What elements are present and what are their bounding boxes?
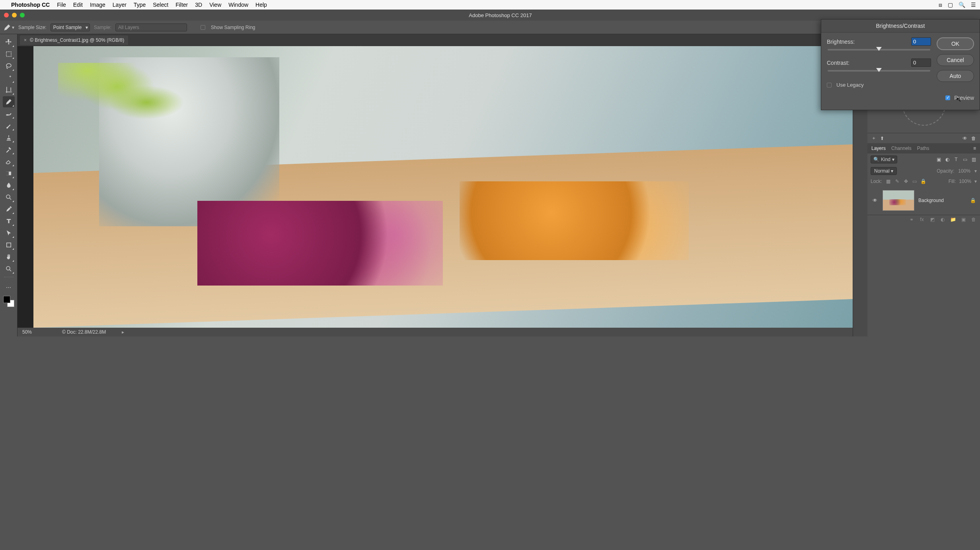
screen-record-icon[interactable]: ⧇	[939, 2, 942, 8]
auto-button[interactable]: Auto	[937, 70, 974, 82]
document-tab[interactable]: × © Brightness_Contrast1.jpg @ 50% (RGB/…	[20, 35, 128, 45]
pen-tool[interactable]	[3, 204, 15, 215]
lock-position-icon[interactable]: ✥	[903, 178, 909, 185]
menu-type[interactable]: Type	[134, 2, 146, 8]
tab-paths[interactable]: Paths	[917, 146, 929, 151]
edit-toolbar-button[interactable]: ⋯	[3, 282, 15, 293]
contrast-slider[interactable]	[828, 70, 930, 72]
blur-tool[interactable]	[3, 180, 15, 191]
filter-pixel-icon[interactable]: ▣	[935, 156, 942, 163]
opacity-value[interactable]: 100%	[958, 168, 970, 174]
layer-name-label[interactable]: Background	[918, 198, 966, 203]
cancel-button[interactable]: Cancel	[937, 54, 974, 66]
layer-lock-icon[interactable]: 🔒	[970, 198, 976, 203]
layers-panel-tabs: Layers Channels Paths ≡	[867, 143, 980, 154]
lock-transparent-icon[interactable]: ▦	[885, 178, 892, 185]
clone-stamp-tool[interactable]	[3, 132, 15, 143]
type-tool[interactable]	[3, 216, 15, 227]
mac-menubar: Photoshop CC File Edit Image Layer Type …	[0, 0, 980, 10]
lasso-tool[interactable]	[3, 60, 15, 72]
shape-tool[interactable]	[3, 239, 15, 251]
show-sampling-ring-checkbox[interactable]	[201, 25, 205, 30]
menu-help[interactable]: Help	[255, 2, 267, 8]
layer-style-icon[interactable]: fx	[919, 217, 925, 222]
menu-edit[interactable]: Edit	[73, 2, 83, 8]
doc-info[interactable]: © Doc: 22.8M/22.8M	[62, 329, 106, 335]
filter-adjustment-icon[interactable]: ◐	[944, 156, 951, 163]
dodge-tool[interactable]	[3, 192, 15, 203]
add-graphic-icon[interactable]: ⬆	[880, 136, 884, 141]
contrast-slider-thumb[interactable]	[876, 68, 882, 72]
window-close-button[interactable]	[4, 13, 9, 17]
adjustment-layer-icon[interactable]: ◐	[939, 217, 946, 222]
menu-view[interactable]: View	[209, 2, 221, 8]
menu-image[interactable]: Image	[90, 2, 105, 8]
filter-type-icon[interactable]: T	[953, 156, 959, 163]
filter-smart-icon[interactable]: ▥	[970, 156, 977, 163]
brush-tool[interactable]	[3, 120, 15, 131]
layer-thumbnail[interactable]	[883, 190, 914, 211]
layers-panel-menu-icon[interactable]: ≡	[973, 146, 976, 151]
layer-visibility-icon[interactable]: 👁	[871, 198, 879, 203]
canvas[interactable]	[33, 46, 853, 328]
sample-size-select[interactable]: Point Sample ▾	[51, 23, 90, 31]
menu-layer[interactable]: Layer	[113, 2, 127, 8]
menu-app-name[interactable]: Photoshop CC	[11, 2, 50, 8]
preview-checkbox[interactable]	[945, 95, 950, 100]
brightness-slider[interactable]	[828, 49, 930, 51]
path-selection-tool[interactable]	[3, 227, 15, 239]
move-tool[interactable]	[3, 37, 15, 48]
eyedropper-tool[interactable]	[3, 96, 15, 107]
gradient-tool[interactable]	[3, 168, 15, 179]
brightness-slider-thumb[interactable]	[876, 47, 882, 51]
tab-channels[interactable]: Channels	[891, 146, 912, 151]
foreground-color-swatch[interactable]	[3, 296, 10, 303]
airplay-icon[interactable]: ▢	[948, 2, 953, 8]
color-swatches[interactable]	[3, 296, 14, 307]
zoom-level[interactable]: 50%	[22, 329, 46, 335]
hand-tool[interactable]	[3, 251, 15, 262]
use-legacy-checkbox[interactable]	[827, 83, 832, 87]
blend-mode-select[interactable]: Normal ▾	[871, 167, 897, 175]
fill-value[interactable]: 100%	[959, 179, 971, 184]
crop-tool[interactable]	[3, 84, 15, 95]
delete-layer-icon[interactable]: 🗑	[970, 217, 977, 222]
zoom-tool[interactable]	[3, 263, 15, 274]
link-layers-icon[interactable]: ⚭	[908, 217, 915, 222]
menu-3d[interactable]: 3D	[195, 2, 202, 8]
layer-filter-select[interactable]: 🔍 Kind ▾	[871, 155, 897, 163]
spotlight-icon[interactable]: 🔍	[959, 2, 965, 8]
lock-pixels-icon[interactable]: ✎	[894, 178, 900, 185]
menu-window[interactable]: Window	[228, 2, 248, 8]
close-tab-icon[interactable]: ×	[24, 37, 27, 43]
current-tool-icon[interactable]: ▾	[3, 23, 14, 31]
menu-file[interactable]: File	[57, 2, 66, 8]
window-controls	[4, 13, 25, 17]
menu-select[interactable]: Select	[153, 2, 168, 8]
filter-shape-icon[interactable]: ▭	[962, 156, 968, 163]
tab-layers[interactable]: Layers	[871, 146, 886, 151]
menu-filter[interactable]: Filter	[175, 2, 188, 8]
sample-select[interactable]: All Layers	[115, 23, 187, 31]
contrast-label: Contrast:	[827, 60, 849, 66]
add-content-icon[interactable]: ＋	[871, 135, 876, 142]
healing-brush-tool[interactable]	[3, 108, 15, 119]
window-zoom-button[interactable]	[20, 13, 25, 17]
layer-row[interactable]: 👁 Background 🔒	[870, 188, 978, 213]
sync-icon[interactable]: 👁	[962, 136, 967, 141]
menu-list-icon[interactable]: ☰	[971, 2, 976, 8]
magic-wand-tool[interactable]	[3, 72, 15, 84]
brightness-input[interactable]	[911, 37, 931, 46]
history-brush-tool[interactable]	[3, 144, 15, 155]
trash-icon[interactable]: 🗑	[971, 136, 976, 141]
lock-all-icon[interactable]: 🔒	[920, 178, 927, 185]
marquee-tool[interactable]	[3, 49, 15, 60]
layer-mask-icon[interactable]: ◩	[929, 217, 935, 222]
eraser-tool[interactable]	[3, 156, 15, 167]
contrast-input[interactable]	[911, 58, 931, 67]
lock-artboard-icon[interactable]: ▭	[912, 178, 918, 185]
new-layer-icon[interactable]: ▣	[960, 217, 966, 222]
ok-button[interactable]: OK	[937, 37, 974, 50]
window-minimize-button[interactable]	[12, 13, 17, 17]
group-icon[interactable]: 📁	[950, 217, 956, 222]
